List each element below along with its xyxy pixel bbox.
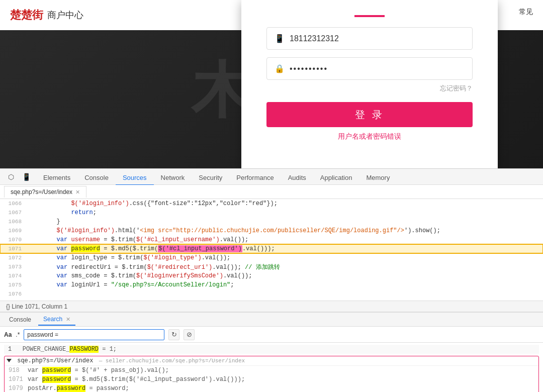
devtools-tabs: Elements Console Sources Network Securit…: [36, 169, 539, 184]
inspect-icon[interactable]: ⬡: [4, 170, 18, 184]
password-dots: ••••••••••: [290, 64, 328, 73]
phone-input-container[interactable]: 📱 18112312312: [266, 27, 473, 50]
devtools-panel: ⬡ 📱 Elements Console Sources Network Sec…: [0, 168, 543, 392]
tab-application[interactable]: Application: [313, 171, 359, 185]
search-tab-close-icon[interactable]: ✕: [66, 316, 70, 322]
search-file-header[interactable]: sqe.php?s=/User/index — seller.chuchujie…: [5, 356, 538, 366]
bottom-tab-search[interactable]: Search ✕: [38, 314, 75, 326]
file-tab-close-icon[interactable]: ✕: [75, 189, 80, 195]
search-result-box: sqe.php?s=/User/index — seller.chuchujie…: [4, 356, 539, 392]
tab-audits[interactable]: Audits: [281, 171, 313, 185]
file-tab-label: sqe.php?s=/User/index: [11, 188, 72, 195]
status-text: {} Line 1071, Column 1: [6, 303, 67, 310]
bottom-tabs: Console Search ✕: [0, 313, 543, 327]
code-area: 1066 $('#login_info').css({"font-size":"…: [0, 199, 543, 301]
result-file-name: sqe.php?s=/User/index: [17, 357, 93, 364]
code-line-1076: 1076: [0, 289, 543, 299]
code-line-1070: 1070 var username = $.trim($('#cl_input_…: [0, 235, 543, 244]
code-line-1066: 1066 $('#login_info').css({"font-size":"…: [0, 199, 543, 208]
search-input[interactable]: [24, 329, 164, 340]
code-line-1069: 1069 $('#login_info').html('<img src="ht…: [0, 226, 543, 235]
clear-search-button[interactable]: ⊘: [184, 329, 195, 340]
device-icon[interactable]: 📱: [19, 170, 33, 184]
site-logo: 楚楚街: [10, 8, 43, 23]
modal-top-bar: [354, 15, 385, 17]
regex-label: .*: [16, 331, 20, 338]
search-results-area: 1 POWER_CHANGE_PASSWORD = 1; sqe.php?s=/…: [0, 343, 543, 392]
result-line-1079: 1079 postArr.password = password;: [5, 384, 538, 392]
expand-icon: [7, 359, 12, 362]
status-bar: {} Line 1071, Column 1: [0, 301, 543, 312]
login-button[interactable]: 登 录: [266, 102, 473, 127]
code-line-1075: 1075 var loginUrl = "/sqe.php?s=/Account…: [0, 280, 543, 289]
power-change-line: 1 POWER_CHANGE_PASSWORD = 1;: [4, 345, 539, 354]
result-line-918: 918 var password = $('#' + pass_obj).val…: [5, 366, 538, 375]
code-line-1067: 1067 return;: [0, 208, 543, 217]
tab-console[interactable]: Console: [77, 171, 116, 185]
aa-label: Aa: [4, 331, 12, 338]
devtools-toolbar: ⬡ 📱 Elements Console Sources Network Sec…: [0, 169, 543, 185]
search-bar: Aa .* ↻ ⊘: [0, 327, 543, 343]
result-line-1071: 1071 var password = $.md5($.trim($('#cl_…: [5, 375, 538, 384]
password-input-container[interactable]: 🔒 ••••••••••: [266, 57, 473, 80]
result-file-path: — seller.chuchujie.com/sqe.php?s=/User/i…: [99, 358, 245, 364]
tab-memory[interactable]: Memory: [359, 171, 397, 185]
tab-performance[interactable]: Performance: [229, 171, 281, 185]
file-tab[interactable]: sqe.php?s=/User/index ✕: [4, 186, 86, 198]
login-modal: 📱 18112312312 🔒 •••••••••• 忘记密码？ 登 录 用户名…: [241, 0, 498, 168]
tab-security[interactable]: Security: [192, 171, 229, 185]
tab-sources[interactable]: Sources: [116, 171, 154, 185]
refresh-search-button[interactable]: ↻: [168, 329, 179, 340]
code-line-1072: 1072 var login_type = $.trim($('#login_t…: [0, 253, 543, 262]
error-text: 用户名或者密码错误: [338, 132, 401, 141]
bottom-tab-console[interactable]: Console: [4, 314, 36, 325]
code-line-1071: 1071 var password = $.md5($.trim($('#cl_…: [0, 244, 543, 253]
code-line-1074: 1074 var sms_code = $.trim($('#loginveri…: [0, 271, 543, 280]
lock-icon: 🔒: [275, 64, 285, 73]
forgot-password-link[interactable]: 忘记密码？: [440, 84, 473, 93]
site-subtitle: 商户中心: [47, 9, 83, 21]
tab-network[interactable]: Network: [154, 171, 192, 185]
phone-icon: 📱: [275, 34, 285, 43]
code-line-1073: 1073 var redirectUri = $.trim($('#redire…: [0, 262, 543, 271]
file-tab-bar: sqe.php?s=/User/index ✕: [0, 185, 543, 199]
website-area: 楚楚街 商户中心 木 📱 18112312312 🔒 •••••••••• 忘记…: [0, 0, 543, 168]
code-line-1068: 1068 }: [0, 217, 543, 226]
bottom-panel: Console Search ✕ Aa .* ↻ ⊘ 1 POWER_CHANG…: [0, 312, 543, 392]
phone-input-text: 18112312312: [290, 34, 465, 43]
tab-elements[interactable]: Elements: [36, 171, 77, 185]
right-nav: 常见: [519, 8, 533, 17]
